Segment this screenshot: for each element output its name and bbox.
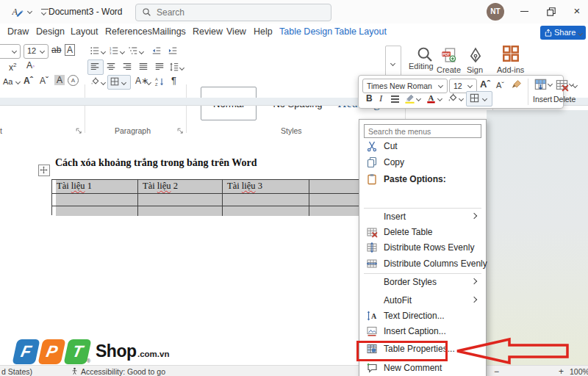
- add-ins-button[interactable]: Add-ins: [497, 65, 524, 74]
- asian-layout-dropdown-icon[interactable]: [147, 81, 151, 85]
- menu-item-distribute-columns[interactable]: Distribute Columns Evenly: [359, 256, 486, 272]
- table-cell[interactable]: [138, 206, 223, 216]
- decrease-indent-icon[interactable]: [151, 46, 162, 56]
- bullets-icon[interactable]: [90, 46, 100, 56]
- font-color-dropdown-icon[interactable]: [438, 97, 442, 101]
- tab-view[interactable]: View: [226, 26, 246, 37]
- font-size-combo[interactable]: 12: [24, 44, 49, 59]
- bullets-dropdown-icon[interactable]: [101, 50, 106, 54]
- sign-button[interactable]: Sign: [467, 65, 483, 74]
- styles-lines-icon[interactable]: [391, 95, 399, 97]
- share-button[interactable]: Share: [540, 26, 586, 40]
- grow-font-icon[interactable]: Aˆ: [24, 76, 33, 86]
- menu-item-delete-table[interactable]: Delete Table: [359, 225, 486, 241]
- change-case-icon[interactable]: Aa: [3, 76, 12, 87]
- align-center-icon[interactable]: [106, 62, 116, 72]
- quick-access-dropdown-icon[interactable]: [28, 10, 32, 14]
- create-button[interactable]: Create: [437, 65, 461, 74]
- italic-icon[interactable]: I: [379, 93, 382, 104]
- tab-mailings[interactable]: Mailings: [152, 26, 186, 37]
- tab-design[interactable]: Design: [36, 26, 65, 37]
- mini-shrink-font-icon[interactable]: Aˇ: [496, 80, 504, 90]
- restore-button[interactable]: [538, 0, 563, 22]
- numbering-dropdown-icon[interactable]: [121, 50, 125, 54]
- character-shading-icon[interactable]: A: [54, 75, 65, 85]
- table-header-cell[interactable]: Tài liệu 3: [223, 180, 309, 194]
- editing-button[interactable]: Editing: [409, 62, 434, 70]
- mini-borders-icon[interactable]: [469, 93, 480, 104]
- menu-search-input[interactable]: [364, 124, 481, 138]
- menu-item-insert[interactable]: Insert: [359, 209, 486, 225]
- table-header-cell[interactable]: Tài liệu 1: [52, 180, 138, 194]
- accessibility-status[interactable]: Accessibility: Good to go: [81, 367, 165, 376]
- menu-item-copy[interactable]: Copy: [359, 155, 486, 171]
- menu-item-text-direction[interactable]: Text Direction...: [359, 308, 486, 325]
- align-left-icon[interactable]: [90, 62, 100, 72]
- avatar[interactable]: NT: [487, 3, 504, 21]
- mini-insert-label[interactable]: Insert: [533, 95, 552, 104]
- borders-icon[interactable]: [110, 76, 120, 87]
- table-header-cell[interactable]: Tài liệu 2: [138, 180, 223, 194]
- highlighter-icon[interactable]: [404, 93, 415, 104]
- paragraph-marks-icon[interactable]: ¶: [171, 76, 176, 86]
- search-box[interactable]: [135, 4, 331, 21]
- mini-insert-table-icon[interactable]: [534, 78, 548, 92]
- text-effects-icon[interactable]: A◦: [26, 60, 35, 71]
- tab-references[interactable]: References: [105, 26, 152, 37]
- mini-borders-dropdown-icon[interactable]: [483, 97, 487, 101]
- superscript-icon[interactable]: x2: [9, 60, 16, 73]
- tab-table-design[interactable]: Table Design: [279, 26, 332, 37]
- mini-grow-font-icon[interactable]: Aˆ: [480, 79, 490, 90]
- distribute-text-icon[interactable]: [154, 62, 165, 72]
- menu-item-autofit[interactable]: AutoFit: [359, 293, 486, 309]
- format-painter-icon[interactable]: [511, 79, 523, 90]
- mini-shading-dropdown-icon[interactable]: [459, 97, 464, 101]
- line-spacing-dropdown-icon[interactable]: [180, 66, 184, 70]
- highlighter-dropdown-icon[interactable]: [417, 97, 421, 101]
- font-dialog-launcher-icon[interactable]: [76, 128, 82, 134]
- zoom-level[interactable]: 100%: [570, 367, 588, 376]
- table-cell[interactable]: [223, 194, 309, 206]
- multilevel-list-icon[interactable]: [128, 46, 138, 56]
- strikethrough-icon[interactable]: ab: [51, 45, 61, 55]
- table-cell[interactable]: [52, 206, 138, 216]
- sort-icon[interactable]: [154, 76, 165, 87]
- tab-table-layout[interactable]: Table Layout: [334, 26, 387, 37]
- mini-delete-dropdown-icon[interactable]: [570, 82, 574, 87]
- zoom-in-button[interactable]: +: [559, 366, 564, 376]
- quick-access-pen-icon[interactable]: [12, 6, 24, 18]
- minimize-button[interactable]: [512, 0, 537, 22]
- language-status-partial[interactable]: d States): [1, 367, 32, 376]
- tab-layout[interactable]: Layout: [71, 26, 98, 37]
- shading-dropdown-icon[interactable]: [101, 81, 106, 85]
- table-cell[interactable]: [52, 194, 138, 206]
- tab-draw[interactable]: Draw: [7, 26, 29, 37]
- font-color-icon[interactable]: [426, 93, 437, 104]
- shrink-font-icon[interactable]: Aˇ: [40, 76, 49, 86]
- increase-indent-icon[interactable]: [168, 46, 178, 56]
- table-move-handle[interactable]: [38, 164, 50, 176]
- customize-toolbar-icon[interactable]: [41, 9, 49, 15]
- character-border-icon[interactable]: A: [65, 44, 75, 56]
- font-name-combo[interactable]: [0, 44, 21, 59]
- mini-insert-dropdown-icon[interactable]: [548, 82, 553, 87]
- table-cell[interactable]: [138, 194, 223, 206]
- menu-item-cut[interactable]: Cut: [359, 139, 486, 155]
- shading-icon[interactable]: [90, 76, 100, 87]
- mini-delete-table-icon[interactable]: [555, 78, 569, 92]
- table-cell[interactable]: [223, 206, 309, 216]
- menu-item-distribute-rows[interactable]: Distribute Rows Evenly: [359, 240, 486, 256]
- numbering-icon[interactable]: [109, 46, 119, 56]
- mini-shading-icon[interactable]: [447, 93, 458, 104]
- mini-delete-label[interactable]: Delete: [553, 95, 576, 104]
- menu-item-border-styles[interactable]: Border Styles: [359, 275, 486, 291]
- tab-review[interactable]: Review: [193, 26, 223, 37]
- paragraph-dialog-launcher-icon[interactable]: [177, 128, 184, 134]
- enclose-characters-icon[interactable]: A: [68, 75, 79, 86]
- align-right-icon[interactable]: [122, 62, 132, 72]
- justify-icon[interactable]: [138, 62, 148, 72]
- multilevel-dropdown-icon[interactable]: [140, 50, 144, 54]
- close-button[interactable]: ×: [564, 0, 588, 22]
- search-input[interactable]: [155, 5, 320, 20]
- change-case-dropdown-icon[interactable]: [16, 80, 21, 84]
